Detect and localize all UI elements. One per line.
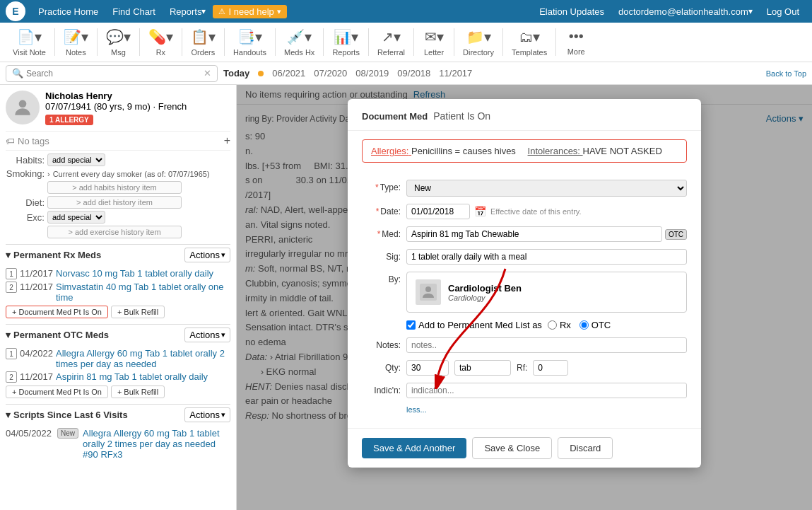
nav-logout[interactable]: Log Out [760,0,806,23]
toolbar-rx[interactable]: 💊▾ Rx [141,23,180,62]
add-to-list-checkbox[interactable] [406,320,416,330]
toolbar-divider-12 [555,28,556,56]
clear-search-icon[interactable]: ✕ [204,68,211,79]
toolbar-templates[interactable]: 🗂▾ Templates [505,23,554,62]
save-add-another-button[interactable]: Save & Add Another [362,438,466,458]
script-badge-1: New [57,428,78,439]
toolbar-notes[interactable]: 📝▾ Notes [57,23,95,62]
type-select[interactable]: New Historical [406,180,687,197]
calendar-icon[interactable]: 📅 [474,206,486,217]
toolbar-orders[interactable]: 📋▾ Orders [184,23,223,62]
indication-input[interactable] [406,383,687,398]
toolbar-handouts[interactable]: 📑▾ Handouts [226,23,273,62]
toolbar-divider-10 [454,28,454,56]
less-link[interactable]: less... [406,405,687,414]
scripts-actions-btn[interactable]: Actions ▾ [184,407,230,422]
nav-find-chart[interactable]: Find Chart [105,0,163,23]
otc-num-2: 2 [6,371,17,383]
otc-date-2: 11/2017 [20,371,53,382]
otc-bulk-refill-btn[interactable]: + Bulk Refill [111,386,165,398]
toolbar-more[interactable]: ••• More [558,23,594,62]
habits-select[interactable]: add special [47,153,105,166]
toolbar-msg[interactable]: 💬▾ Msg [99,23,138,62]
qty-row: Qty: Rf: [362,360,687,376]
add-exercise-button[interactable]: > add exercise history item [47,226,182,238]
tags-add-button[interactable]: + [224,134,230,147]
save-close-button[interactable]: Save & Close [472,437,552,459]
visit-note-icon: 📄▾ [17,28,42,45]
allergies-link[interactable]: Allergies: [371,146,411,156]
patient-sidebar: Nicholas Henry 07/07/1941 (80 yrs, 9 mo)… [0,85,237,510]
nav-elation-updates[interactable]: Elation Updates [532,0,611,23]
allergy-badge[interactable]: 1 ALLERGY [45,115,93,125]
add-diet-button[interactable]: > add diet history item [47,196,182,209]
letter-icon: ✉▾ [425,28,444,45]
modal-title: Document Med Patient Is On [362,110,687,122]
otc-name-2[interactable]: Aspirin 81 mg Tab 1 tablet orally daily [56,371,208,382]
qty-input[interactable] [406,360,449,376]
patient-avatar [6,91,40,124]
smoking-value: Current every day smoker (as of: 07/07/1… [53,170,210,178]
scripts-toggle[interactable]: ▾ [6,410,11,420]
timeline-date-2[interactable]: 07/2020 [314,68,347,79]
modal-subtitle: Patient Is On [433,110,490,122]
sig-input[interactable] [406,249,687,265]
timeline-date-5[interactable]: 11/2017 [439,68,472,79]
med-name-1[interactable]: Norvasc 10 mg Tab 1 tablet orally daily [56,268,213,279]
permanent-otc-actions-btn[interactable]: Actions ▾ [184,328,230,342]
timeline-date-4[interactable]: 09/2018 [397,68,430,79]
main-toolbar: 📄▾ Visit Note 📝▾ Notes 💬▾ Msg 💊▾ Rx 📋▾ O… [0,23,812,62]
search-box[interactable]: 🔍 ✕ [6,65,218,82]
doc-med-pt-on-btn[interactable]: + Document Med Pt Is On [6,306,108,318]
qty-control: Rf: [406,360,687,376]
toolbar-letter[interactable]: ✉▾ Letter [416,23,452,62]
med-name-2[interactable]: Simvastatin 40 mg Tab 1 tablet orally on… [56,282,230,303]
search-input[interactable] [26,69,204,79]
permanent-rx-actions-btn[interactable]: Actions ▾ [184,248,230,262]
notes-label: Notes: [362,337,401,350]
permanent-otc-toggle[interactable]: ▾ [6,330,11,340]
toolbar-visit-note[interactable]: 📄▾ Visit Note [6,23,53,62]
timeline-today[interactable]: Today [223,68,249,79]
toolbar-reports[interactable]: 📊▾ Reports [325,23,367,62]
notes-input[interactable] [406,337,687,353]
permanent-rx-toggle[interactable]: ▾ [6,250,11,260]
back-to-top-link[interactable]: Back to Top [766,69,806,78]
qty-unit-input[interactable] [454,360,511,376]
svg-point-0 [19,100,27,108]
toolbar-meds-hx[interactable]: 💉▾ Meds Hx [277,23,322,62]
habits-row: Habits: add special [6,153,230,166]
nav-account[interactable]: doctordemo@elationhealth.com ▾ [611,0,760,23]
timeline-date-3[interactable]: 08/2019 [355,68,389,79]
script-text-1[interactable]: Allegra Allergy 60 mg Tab 1 tablet orall… [83,428,230,460]
otc-name-1[interactable]: Allegra Allergy 60 mg Tab 1 tablet orall… [56,348,230,369]
toolbar-divider-4 [182,28,182,56]
timeline-bar: 🔍 ✕ Today 06/2021 07/2020 08/2019 09/201… [0,62,812,85]
toolbar-directory[interactable]: 📁▾ Directory [456,23,501,62]
provider-info: Cardiologist Ben Cardiology [448,283,522,302]
otc-radio[interactable] [579,320,589,330]
add-habits-button[interactable]: > add habits history item [47,181,182,194]
by-row: By: [362,272,687,313]
app-logo[interactable]: E [6,1,25,21]
bulk-refill-btn[interactable]: + Bulk Refill [111,306,165,318]
rf-input[interactable] [533,360,568,376]
exc-select[interactable]: add special [47,211,105,224]
nav-practice-home[interactable]: Practice Home [31,0,105,23]
timeline-marker-1 [258,71,264,76]
rx-radio[interactable] [548,320,557,330]
toolbar-referral[interactable]: ↗▾ Referral [370,23,412,62]
tags-label: No tags [18,136,49,146]
discard-button[interactable]: Discard [558,437,613,459]
nav-reports[interactable]: Reports ▾ [163,0,213,23]
intolerances-link[interactable]: Intolerances: [528,146,583,156]
med-input[interactable] [406,226,662,242]
timeline-dates: Today 06/2021 07/2020 08/2019 09/2018 11… [223,68,760,79]
date-input[interactable] [406,204,470,219]
timeline-date-1[interactable]: 06/2021 [272,68,305,79]
right-content-area: No items requiring action or outstanding… [237,85,812,510]
med-date-2: 11/2017 [20,282,53,292]
doc-otc-med-pt-on-btn[interactable]: + Document Med Pt Is On [6,386,108,398]
nav-i-need-help[interactable]: ⚠ I need help ▾ [213,5,286,18]
otc-num-1: 1 [6,348,17,359]
